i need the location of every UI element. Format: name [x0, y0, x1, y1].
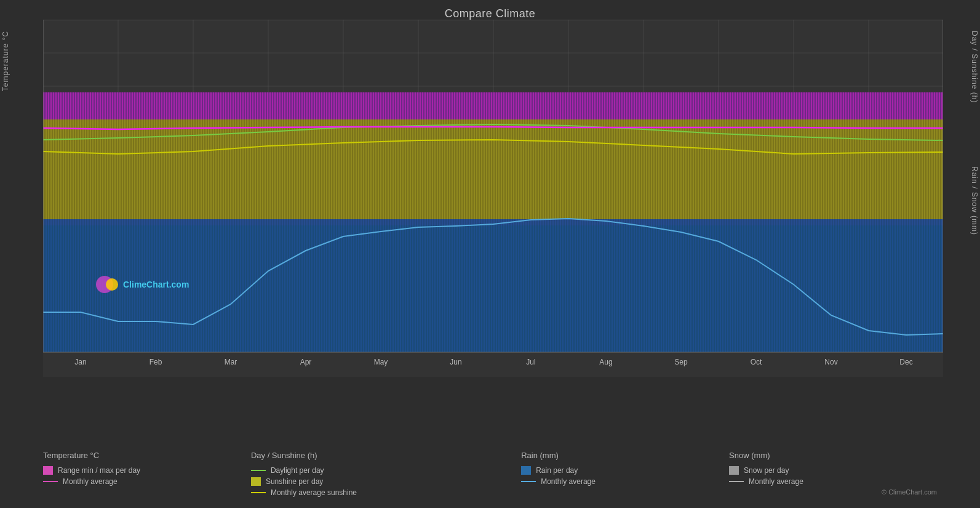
legend-snow-title: Snow (mm)	[729, 451, 937, 460]
legend-temp-range: Range min / max per day	[43, 466, 251, 475]
temp-range-swatch	[43, 466, 53, 475]
rain-swatch	[521, 466, 531, 475]
legend-temp-avg: Monthly average	[43, 477, 251, 486]
svg-text:Feb: Feb	[149, 358, 162, 366]
legend-rain: Rain (mm) Rain per day Monthly average	[521, 451, 729, 497]
legend-sunshine-day-label: Sunshine per day	[266, 477, 323, 486]
legend-area: Temperature °C Range min / max per day M…	[43, 451, 937, 497]
svg-text:ClimeChart.com: ClimeChart.com	[123, 280, 189, 289]
legend-snow-avg: Monthly average	[729, 477, 937, 486]
sunshine-avg-line	[251, 492, 266, 493]
legend-rain-day-label: Rain per day	[536, 466, 578, 475]
legend-daylight: Daylight per day	[251, 466, 521, 475]
legend-sunshine-avg-label: Monthly average sunshine	[271, 488, 357, 497]
svg-text:Mar: Mar	[225, 358, 237, 366]
svg-rect-35	[43, 119, 943, 219]
legend-sunshine: Day / Sunshine (h) Daylight per day Suns…	[251, 451, 521, 497]
svg-text:Jun: Jun	[450, 358, 461, 366]
legend-sunshine-day: Sunshine per day	[251, 477, 521, 486]
legend-rain-avg-label: Monthly average	[541, 477, 596, 486]
svg-text:Aug: Aug	[599, 358, 612, 366]
daylight-line	[251, 470, 266, 471]
svg-text:Sep: Sep	[674, 358, 688, 366]
legend-sunshine-avg: Monthly average sunshine	[251, 488, 521, 497]
svg-text:Jan: Jan	[74, 358, 86, 366]
temp-avg-line	[43, 481, 58, 482]
legend-sunshine-title: Day / Sunshine (h)	[251, 451, 521, 460]
left-axis-label: Temperature °C	[1, 31, 10, 91]
legend-rain-title: Rain (mm)	[521, 451, 729, 460]
snow-swatch	[729, 466, 739, 475]
page-title: Compare Climate	[0, 0, 980, 20]
main-chart: 50 40 30 20 10 0 -10 -20 -30 -40 -50 24 …	[43, 20, 943, 377]
legend-snow-day-label: Snow per day	[744, 466, 789, 475]
snow-avg-line	[729, 481, 744, 482]
legend-snow-avg-label: Monthly average	[749, 477, 803, 486]
right-axis-top-label: Day / Sunshine (h)	[970, 31, 979, 103]
right-axis-bottom-label: Rain / Snow (mm)	[970, 166, 979, 235]
sunshine-swatch	[251, 477, 261, 486]
svg-text:Nov: Nov	[824, 358, 837, 366]
legend-rain-day: Rain per day	[521, 466, 729, 475]
legend-daylight-label: Daylight per day	[271, 466, 324, 475]
legend-temp-title: Temperature °C	[43, 451, 251, 460]
legend-temp-range-label: Range min / max per day	[58, 466, 140, 475]
svg-text:Apr: Apr	[300, 358, 312, 366]
legend-temperature: Temperature °C Range min / max per day M…	[43, 451, 251, 497]
svg-text:May: May	[374, 358, 388, 366]
svg-text:Jul: Jul	[526, 358, 535, 366]
svg-text:Dec: Dec	[899, 358, 912, 366]
legend-rain-avg: Monthly average	[521, 477, 729, 486]
svg-point-75	[106, 278, 118, 291]
svg-text:Oct: Oct	[751, 358, 762, 366]
legend-snow-day: Snow per day	[729, 466, 937, 475]
copyright-text: © ClimeChart.com	[882, 488, 937, 496]
legend-temp-avg-label: Monthly average	[63, 477, 118, 486]
page-container: Compare Climate Gili Islands Gili Island…	[0, 0, 980, 508]
rain-avg-line	[521, 481, 536, 482]
